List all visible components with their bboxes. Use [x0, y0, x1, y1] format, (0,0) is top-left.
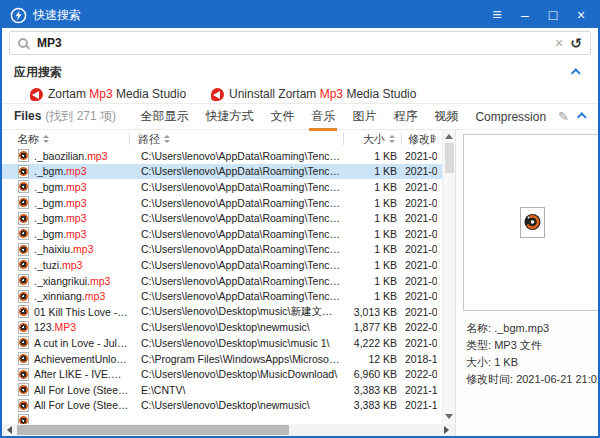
- close-button[interactable]: ×: [572, 6, 590, 24]
- table-row[interactable]: ._haixiu.mp3C:\Users\lenovo\AppData\Roam…: [2, 242, 442, 258]
- preview-panel: 名称: ._bgm.mp3 类型: MP3 文件 大小: 1 KB 修改时间: …: [455, 130, 600, 436]
- cell-name: ._xinniang.mp3: [34, 290, 130, 302]
- table-row[interactable]: ._bgm.mp3C:\Users\lenovo\AppData\Roaming…: [2, 195, 442, 211]
- scroll-right-icon[interactable]: [444, 426, 449, 434]
- edit-filters-icon[interactable]: ✎: [558, 109, 569, 124]
- cell-name: ._baozilian.mp3: [34, 150, 130, 162]
- cell-date: 2022-09: [405, 368, 437, 380]
- cell-date: 2021-06: [405, 275, 437, 287]
- collapse-files-icon[interactable]: [577, 112, 587, 122]
- filter-tab[interactable]: Compression: [475, 110, 546, 124]
- column-header-modified[interactable]: 修改时间: [402, 133, 436, 145]
- cell-size: 1 KB: [341, 150, 397, 162]
- filter-tab[interactable]: 视频: [434, 108, 458, 125]
- detail-size: 大小: 1 KB: [466, 354, 600, 371]
- cell-size: 3,383 KB: [341, 384, 397, 396]
- scroll-left-icon[interactable]: [7, 426, 12, 434]
- cell-date: 2021-11: [405, 399, 437, 411]
- mp3-file-icon: [18, 149, 29, 162]
- content: 名称 路径 大小 修改时间 ._baozilian.mp3C:\Users\le…: [2, 130, 598, 436]
- column-header-name[interactable]: 名称: [2, 133, 130, 145]
- table-row[interactable]: ._xiangrikui.mp3C:\Users\lenovo\AppData\…: [2, 273, 442, 289]
- mp3-file-icon: [519, 206, 546, 239]
- cell-date: 2021-06: [405, 150, 437, 162]
- cell-date: 2021-06: [405, 181, 437, 193]
- horizontal-scroll-thumb[interactable]: [17, 425, 289, 435]
- table-row[interactable]: 01 Kill This Love - BLAC...C:\Users\leno…: [2, 304, 442, 320]
- cell-name: ._bgm.mp3: [34, 165, 130, 177]
- app-search-header: 应用搜索: [14, 64, 62, 81]
- filter-tab[interactable]: 图片: [352, 108, 376, 125]
- search-value: MP3: [37, 36, 62, 50]
- search-input[interactable]: MP3 × ↺: [9, 31, 591, 55]
- app-result-item[interactable]: Uninstall Zortam Mp3 Media Studio: [211, 87, 376, 101]
- cell-path: C:\Program Files\WindowsApps\Microsoft.X…: [141, 353, 341, 365]
- files-section-header: Files(找到 271 项) 全部显示快捷方式文件音乐图片程序视频Compre…: [2, 104, 598, 129]
- table-row[interactable]: ._bgm.mp3C:\Users\lenovo\AppData\Roaming…: [2, 179, 442, 195]
- filter-tab[interactable]: 程序: [393, 108, 417, 125]
- table-row[interactable]: After LIKE - IVE.mp3C:\Users\lenovo\Desk…: [2, 366, 442, 382]
- cell-path: C:\Users\lenovo\Desktop\music\music 1\: [141, 337, 341, 349]
- files-count: (找到 271 项): [45, 109, 116, 123]
- scroll-up-icon[interactable]: [445, 134, 453, 139]
- cell-name: ._xiangrikui.mp3: [34, 275, 130, 287]
- table-row[interactable]: ._baozilian.mp3C:\Users\lenovo\AppData\R…: [2, 148, 442, 164]
- mp3-file-icon: [18, 414, 29, 424]
- mp3-file-icon: [18, 290, 29, 303]
- table-row[interactable]: AchievementUnlocked....C:\Program Files\…: [2, 351, 442, 367]
- window-title: 快速搜索: [33, 7, 81, 24]
- filter-tab[interactable]: 快捷方式: [205, 108, 253, 125]
- table-row[interactable]: All For Love (Steerner ...E:\CNTV\3,383 …: [2, 382, 442, 398]
- search-history-icon[interactable]: ↺: [570, 35, 582, 51]
- detail-name: 名称: ._bgm.mp3: [466, 320, 600, 337]
- cell-date: 2021-06: [405, 212, 437, 224]
- cell-size: 3,383 KB: [341, 399, 397, 411]
- mp3-file-icon: [18, 258, 29, 271]
- table-row[interactable]: 123.MP3C:\Users\lenovo\Desktop\newmusic\…: [2, 320, 442, 336]
- table-row[interactable]: ._bgm.mp3C:\Users\lenovo\AppData\Roaming…: [2, 210, 442, 226]
- cell-size: 1 KB: [341, 165, 397, 177]
- scroll-down-icon[interactable]: [445, 414, 453, 419]
- table-row[interactable]: ._bgm.mp3C:\Users\lenovo\AppData\Roaming…: [2, 164, 442, 180]
- filter-tab[interactable]: 文件: [270, 108, 294, 125]
- table-row[interactable]: ._tuzi.mp3C:\Users\lenovo\AppData\Roamin…: [2, 257, 442, 273]
- filter-tab[interactable]: 音乐: [311, 108, 335, 125]
- table-row-partial[interactable]: [2, 413, 442, 424]
- cell-path: C:\Users\lenovo\AppData\Roaming\Tencent\…: [141, 290, 341, 302]
- column-header-path[interactable]: 路径: [130, 133, 344, 145]
- cell-size: 1 KB: [341, 290, 397, 302]
- clear-search-icon[interactable]: ×: [555, 35, 563, 51]
- table-row[interactable]: A cut in Love - July.mp3C:\Users\lenovo\…: [2, 335, 442, 351]
- mp3-file-icon: [18, 274, 29, 287]
- sort-icon: [43, 135, 49, 143]
- vertical-scroll-thumb[interactable]: [445, 143, 454, 173]
- menu-icon[interactable]: ≡: [488, 6, 506, 24]
- maximize-button[interactable]: □: [544, 6, 562, 24]
- app-result-item[interactable]: Zortam Mp3 Media Studio: [30, 87, 195, 101]
- app-result-label: Uninstall Zortam Mp3 Media Studio: [229, 87, 416, 101]
- cell-name: 123.MP3: [34, 321, 130, 333]
- cell-date: 2021-06: [405, 228, 437, 240]
- table-row[interactable]: ._xinniang.mp3C:\Users\lenovo\AppData\Ro…: [2, 288, 442, 304]
- cell-date: 2021-11: [405, 384, 437, 396]
- table-row[interactable]: All For Love (Steerner ...C:\Users\lenov…: [2, 398, 442, 414]
- cell-date: 2021-06: [405, 197, 437, 209]
- table-header: 名称 路径 大小 修改时间: [2, 130, 455, 148]
- collapse-app-search-icon[interactable]: [571, 68, 581, 78]
- mp3-file-icon: [18, 305, 29, 318]
- mp3-file-icon: [18, 212, 29, 225]
- cell-name: ._bgm.mp3: [34, 212, 130, 224]
- cell-path: C:\Users\lenovo\Desktop\newmusic\: [141, 399, 341, 411]
- cell-date: 2022-09: [405, 321, 437, 333]
- cell-path: C:\Users\lenovo\Desktop\newmusic\: [141, 321, 341, 333]
- table-row[interactable]: ._bgm.mp3C:\Users\lenovo\AppData\Roaming…: [2, 226, 442, 242]
- cell-size: 4,222 KB: [341, 337, 397, 349]
- horizontal-scrollbar[interactable]: [2, 424, 455, 436]
- column-header-size[interactable]: 大小: [344, 133, 402, 145]
- preview-box: [463, 134, 600, 311]
- minimize-button[interactable]: –: [516, 6, 534, 24]
- filter-tab[interactable]: 全部显示: [140, 108, 188, 125]
- cell-name: ._bgm.mp3: [34, 181, 130, 193]
- vertical-scrollbar[interactable]: [442, 130, 455, 424]
- cell-date: 2021-04: [405, 337, 437, 349]
